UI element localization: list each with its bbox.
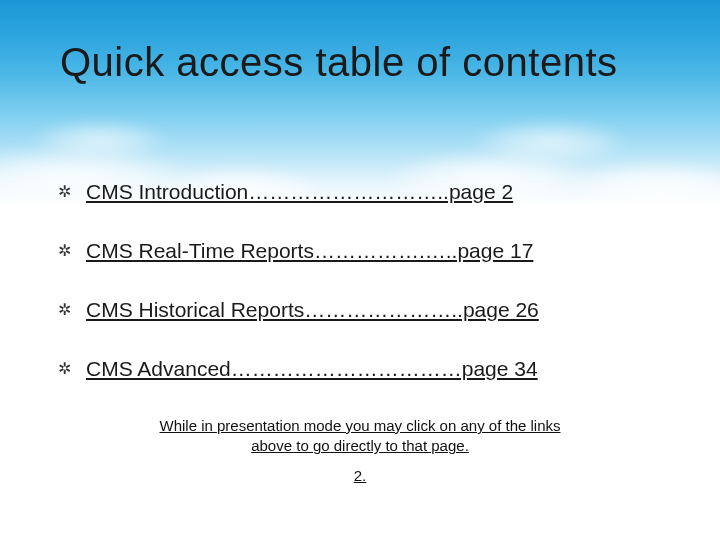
toc-link-realtime-reports[interactable]: CMS Real-Time Reports…………….…..page 17	[86, 239, 533, 262]
table-of-contents: CMS Introduction………………………..page 2 CMS Re…	[60, 180, 660, 381]
instruction-note: While in presentation mode you may click…	[150, 416, 570, 457]
toc-link-historical-reports[interactable]: CMS Historical Reports…………………..page 26	[86, 298, 539, 321]
toc-item: CMS Real-Time Reports…………….…..page 17	[86, 239, 660, 263]
toc-item: CMS Advanced……………………………page 34	[86, 357, 660, 381]
page-number: 2.	[60, 467, 660, 484]
slide-content: Quick access table of contents CMS Intro…	[0, 0, 720, 540]
toc-link-introduction[interactable]: CMS Introduction………………………..page 2	[86, 180, 513, 203]
page-title: Quick access table of contents	[60, 40, 660, 85]
toc-item: CMS Introduction………………………..page 2	[86, 180, 660, 204]
toc-link-advanced[interactable]: CMS Advanced……………………………page 34	[86, 357, 538, 380]
toc-item: CMS Historical Reports…………………..page 26	[86, 298, 660, 322]
